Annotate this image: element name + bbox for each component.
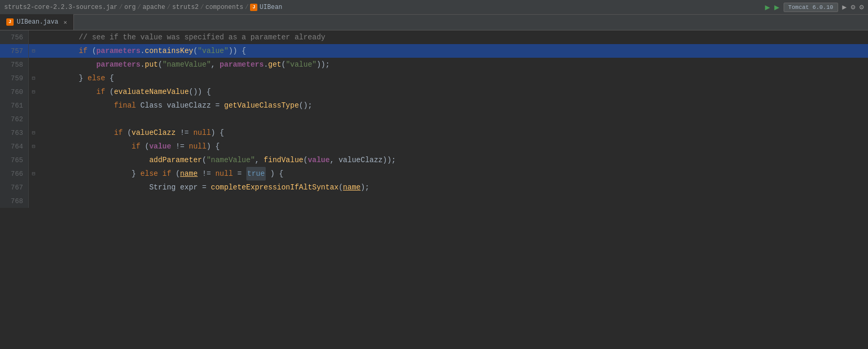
code-line: 760⊟ if (evaluateNameValue()) {	[0, 85, 868, 99]
code-line: 758 parameters.put("nameValue", paramete…	[0, 58, 868, 71]
line-number: 768	[0, 194, 29, 208]
tab-close-icon[interactable]: ✕	[63, 19, 67, 26]
tab-bar: J UIBean.java ✕	[0, 15, 868, 30]
editor-area: 756 // see if the value was specified as…	[0, 30, 868, 349]
code-line: 759⊟ } else {	[0, 71, 868, 85]
file-tab-uibean[interactable]: J UIBean.java ✕	[0, 14, 74, 30]
line-content: final Class valueClazz = getValueClassTy…	[38, 99, 868, 112]
fold-marker	[29, 181, 38, 194]
code-line: 767 String expr = completeExpressionIfAl…	[0, 181, 868, 194]
breadcrumb: struts2-core-2.2.3-sources.jar / org / a…	[4, 4, 283, 11]
fold-marker[interactable]: ⊟	[29, 167, 38, 181]
code-line: 764⊟ if (value != null) {	[0, 140, 868, 153]
line-content: parameters.put("nameValue", parameters.g…	[38, 58, 868, 71]
line-number: 760	[0, 85, 29, 99]
code-line: 765 addParameter("nameValue", findValue(…	[0, 153, 868, 167]
fold-marker	[29, 30, 38, 44]
line-number: 759	[0, 71, 29, 85]
line-number: 763	[0, 126, 29, 140]
line-content: // see if the value was specified as a p…	[38, 30, 868, 44]
line-content: if (value != null) {	[38, 140, 868, 153]
fold-marker[interactable]: ⊟	[29, 44, 38, 58]
java-file-icon: J	[6, 18, 14, 26]
fold-marker[interactable]: ⊟	[29, 71, 38, 85]
line-number: 761	[0, 99, 29, 112]
line-content: } else {	[38, 71, 868, 85]
line-number: 764	[0, 140, 29, 153]
fold-marker	[29, 58, 38, 71]
fold-marker	[29, 194, 38, 208]
fold-marker	[29, 112, 38, 126]
line-number: 765	[0, 153, 29, 167]
code-line: 757⊟ if (parameters.containsKey("value")…	[0, 44, 868, 58]
fold-marker[interactable]: ⊟	[29, 85, 38, 99]
line-content: } else if (name != null = true ) {	[38, 167, 868, 181]
code-lines-container: 756 // see if the value was specified as…	[0, 30, 868, 349]
top-bar: struts2-core-2.2.3-sources.jar / org / a…	[0, 0, 868, 15]
code-line: 761 final Class valueClazz = getValueCla…	[0, 99, 868, 112]
code-line: 768	[0, 194, 868, 208]
code-line: 763⊟ if (valueClazz != null) {	[0, 126, 868, 140]
fold-marker	[29, 153, 38, 167]
fold-marker[interactable]: ⊟	[29, 126, 38, 140]
line-content: addParameter("nameValue", findValue(valu…	[38, 153, 868, 167]
line-number: 767	[0, 181, 29, 194]
line-content: String expr = completeExpressionIfAltSyn…	[38, 181, 868, 194]
fold-marker[interactable]: ⊟	[29, 140, 38, 153]
top-right-controls: ▶ ▶ Tomcat 6.0.10 ▶ ⚙ ⚙	[765, 2, 864, 13]
line-content: if (valueClazz != null) {	[38, 126, 868, 140]
line-content: if (parameters.containsKey("value")) {	[38, 44, 868, 58]
line-number: 758	[0, 58, 29, 71]
code-line: 762	[0, 112, 868, 126]
code-line: 766⊟ } else if (name != null = true ) {	[0, 167, 868, 181]
tab-label: UIBean.java	[17, 18, 58, 26]
line-number: 766	[0, 167, 29, 181]
code-line: 756 // see if the value was specified as…	[0, 30, 868, 44]
fold-marker	[29, 99, 38, 112]
line-number: 757	[0, 44, 29, 58]
line-content: if (evaluateNameValue()) {	[38, 85, 868, 99]
breadcrumb-current: J UIBean	[250, 4, 282, 11]
line-number: 756	[0, 30, 29, 44]
line-content	[38, 112, 868, 126]
line-number: 762	[0, 112, 29, 126]
server-selector[interactable]: Tomcat 6.0.10	[784, 3, 838, 12]
line-content	[38, 194, 868, 208]
